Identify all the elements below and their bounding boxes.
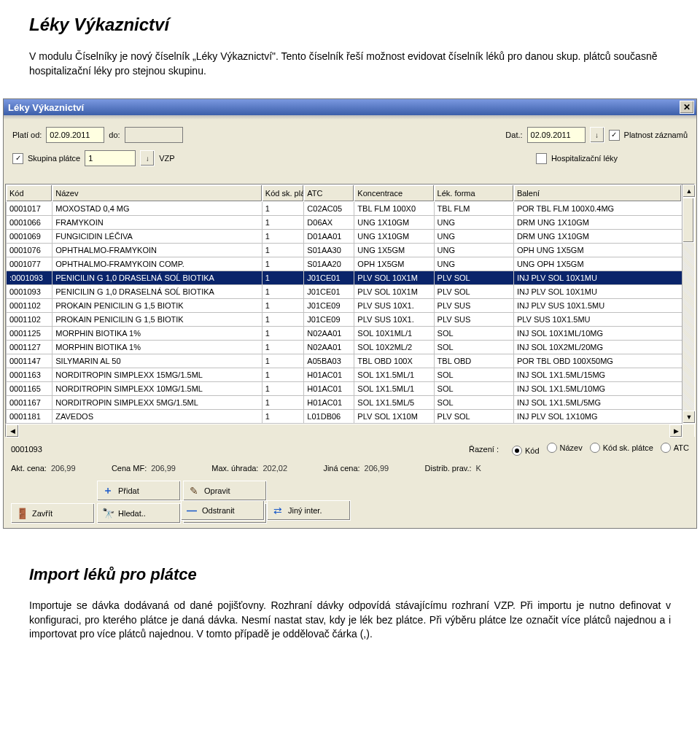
table-cell: TBL OBD 100X <box>354 354 434 368</box>
date-down-button[interactable]: ↓ <box>590 127 604 143</box>
jinyinter-button[interactable]: ⇄Jiný inter. <box>267 500 351 521</box>
sort-radio[interactable] <box>661 443 671 453</box>
hosp-checkbox[interactable] <box>536 153 547 164</box>
table-cell: 1 <box>262 327 304 341</box>
opravit-button[interactable]: ✎Opravit <box>183 481 267 501</box>
jinyinter-label: Jiný inter. <box>288 506 322 515</box>
column-header[interactable]: Kód sk. plát <box>262 185 304 202</box>
sort-row: 0001093 Řazení : KódNázevKód sk. plátceA… <box>4 437 696 457</box>
table-cell: UNG 1X10GM <box>354 216 434 230</box>
table-cell: DRM UNG 1X10GM <box>513 230 681 244</box>
column-header[interactable]: Lék. forma <box>434 185 513 202</box>
table-cell: UNG <box>434 257 513 271</box>
scroll-up-icon[interactable]: ▲ <box>682 184 696 198</box>
horizontal-scrollbar[interactable]: ◀ ▶ <box>5 424 695 437</box>
table-cell: TBL FLM 100X0 <box>354 202 434 216</box>
table-cell: 1 <box>262 230 304 244</box>
table-cell: FRAMYKOIN <box>52 216 262 230</box>
doc-paragraph-2: Importuje se dávka dodávaná od dané poji… <box>29 599 671 642</box>
column-header[interactable]: Kód <box>7 185 52 202</box>
skupina-down-button[interactable]: ↓ <box>140 150 155 166</box>
table-cell: 0001102 <box>7 313 52 327</box>
table-row[interactable]: 0001076OPHTHALMO-FRAMYKOIN1S01AA30UNG 1X… <box>7 244 682 257</box>
table-cell: INJ PLV SOL 1X10MG <box>513 410 681 424</box>
max-uhrada-value: 202,02 <box>261 463 297 473</box>
table-cell: SOL <box>434 368 513 382</box>
scroll-thumb[interactable] <box>682 198 694 243</box>
table-row[interactable]: 0001102PROKAIN PENICILIN G 1,5 BIOTIK1J0… <box>7 313 682 327</box>
odstranit-button[interactable]: —Odstranit <box>181 500 265 521</box>
close-icon[interactable]: ✕ <box>680 101 694 114</box>
sort-option-label: Kód <box>525 446 540 455</box>
table-cell: N02AA01 <box>304 341 354 354</box>
table-row[interactable]: 0001181ZAVEDOS1L01DB06PLV SOL 1X10MPLV S… <box>7 410 682 424</box>
plati-od-input[interactable] <box>46 127 104 143</box>
scroll-left-icon[interactable]: ◀ <box>6 424 19 438</box>
table-cell: J01CE01 <box>304 285 354 299</box>
table-cell: PENICILIN G 1,0 DRASELNÁ SOĹ BIOTIKA <box>52 271 262 285</box>
table-cell: INJ SOL 1X1.5ML/10MG <box>513 382 681 396</box>
table-cell: SOL <box>434 327 513 341</box>
table-row[interactable]: 0001147SILYMARIN AL 501A05BA03TBL OBD 10… <box>7 354 682 368</box>
table-cell: 0001167 <box>7 396 52 410</box>
scroll-right-icon[interactable]: ▶ <box>669 424 682 438</box>
table-row[interactable]: 0001077OPHTHALMO-FRAMYKOIN COMP.1S01AA20… <box>7 257 682 271</box>
skupina-input[interactable] <box>85 150 136 166</box>
table-row[interactable]: 0001127MORPHIN BIOTIKA 1%1N02AA01SOL 10X… <box>7 341 682 354</box>
table-cell: :0001093 <box>7 271 52 285</box>
data-grid[interactable]: KódNázevKód sk. plátATCKoncentraceLék. f… <box>5 184 695 424</box>
dat-input[interactable] <box>527 127 586 143</box>
column-header[interactable]: ATC <box>304 185 354 202</box>
table-cell: 1 <box>262 216 304 230</box>
table-cell: 0001165 <box>7 382 52 396</box>
skupina-checkbox[interactable] <box>12 153 23 164</box>
table-cell: 0001147 <box>7 354 52 368</box>
table-row[interactable]: 0001066FRAMYKOIN1D06AXUNG 1X10GMUNGDRM U… <box>7 216 682 230</box>
table-cell: 1 <box>262 285 304 299</box>
platnost-checkbox[interactable] <box>609 130 620 141</box>
column-header[interactable]: Koncentrace <box>354 185 434 202</box>
table-cell: DRM UNG 1X10GM <box>513 216 681 230</box>
date-filter-row: Platí od: do: Dat.: ↓ Platnost záznamů <box>12 127 688 143</box>
zavrit-button[interactable]: 🚪Zavřít <box>11 503 95 524</box>
table-cell: H01AC01 <box>304 396 354 410</box>
table-row[interactable]: 0001017MOXOSTAD 0,4 MG1C02AC05TBL FLM 10… <box>7 202 682 216</box>
table-row[interactable]: 0001093PENICILIN G 1,0 DRASELNÁ SOĹ BIOT… <box>7 285 682 299</box>
akt-cena-label: Akt. cena: <box>11 464 47 473</box>
table-cell: J01CE01 <box>304 271 354 285</box>
table-cell: UNG <box>434 230 513 244</box>
table-row[interactable]: 0001165NORDITROPIN SIMPLEXX 10MG/1.5ML1H… <box>7 382 682 396</box>
pridat-button[interactable]: ＋Přidat <box>97 481 181 501</box>
table-row[interactable]: :0001093PENICILIN G 1,0 DRASELNÁ SOĹ BIO… <box>7 271 682 285</box>
sort-option-label: ATC <box>674 443 689 452</box>
platnost-label: Platnost záznamů <box>624 131 688 139</box>
table-cell: PLV SUS <box>434 299 513 313</box>
table-row[interactable]: 0001125MORPHIN BIOTIKA 1%1N02AA01SOL 10X… <box>7 327 682 341</box>
exit-icon: 🚪 <box>16 508 28 519</box>
table-cell: A05BA03 <box>304 354 354 368</box>
sort-radio[interactable] <box>590 443 600 453</box>
sort-radio[interactable] <box>547 443 557 453</box>
scroll-down-icon[interactable]: ▼ <box>682 411 696 424</box>
table-cell: D06AX <box>304 216 354 230</box>
table-row[interactable]: 0001163NORDITROPIN SIMPLEXX 15MG/1.5ML1H… <box>7 368 682 382</box>
table-cell: POR TBL OBD 100X50MG <box>513 354 681 368</box>
table-cell: INJ PLV SUS 10X1.5MU <box>513 299 681 313</box>
table-row[interactable]: 0001069FUNGICIDIN LÉČIVA1D01AA01UNG 1X10… <box>7 230 682 244</box>
titlebar[interactable]: Léky Výkaznictví ✕ <box>4 99 696 115</box>
table-cell: PLV SOL <box>434 285 513 299</box>
table-cell: 1 <box>262 410 304 424</box>
table-cell: MORPHIN BIOTIKA 1% <box>52 341 262 354</box>
table-row[interactable]: 0001102PROKAIN PENICILIN G 1,5 BIOTIK1J0… <box>7 299 682 313</box>
sort-radio[interactable] <box>512 446 522 456</box>
cena-mf-value: 206,99 <box>149 463 185 473</box>
table-row[interactable]: 0001167NORDITROPIN SIMPLEXX 5MG/1.5ML1H0… <box>7 396 682 410</box>
column-header[interactable]: Balení <box>513 185 681 202</box>
max-uhrada-label: Max. úhrada: <box>211 464 258 473</box>
table-cell: 1 <box>262 313 304 327</box>
column-header[interactable]: Název <box>52 185 262 202</box>
table-cell: 0001102 <box>7 299 52 313</box>
do-input[interactable] <box>125 127 183 143</box>
vertical-scrollbar[interactable]: ▲ ▼ <box>682 184 694 424</box>
table-cell: 0001066 <box>7 216 52 230</box>
